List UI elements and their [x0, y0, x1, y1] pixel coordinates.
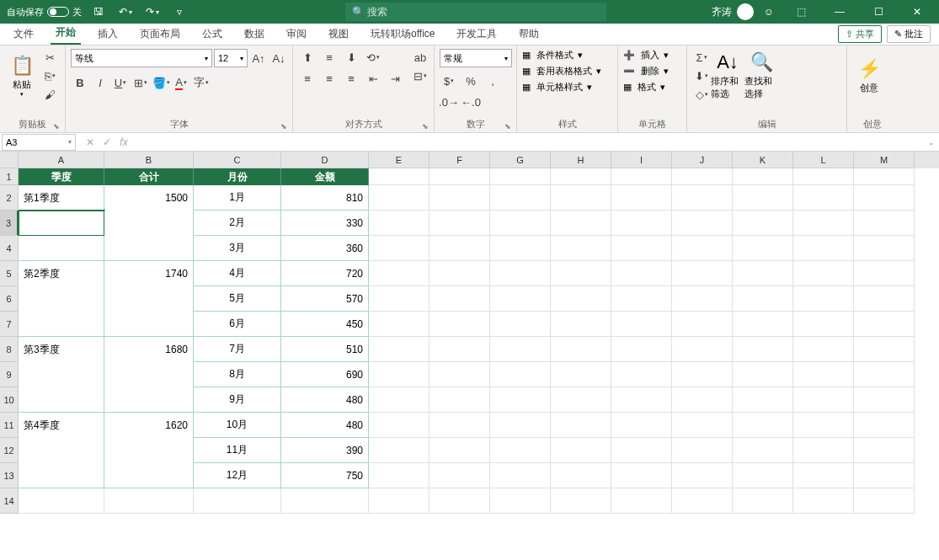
col-header-M[interactable]: M	[854, 152, 915, 168]
cell[interactable]	[793, 362, 854, 387]
col-header-B[interactable]: B	[104, 152, 194, 168]
cell[interactable]	[19, 312, 104, 337]
cell[interactable]	[733, 312, 793, 337]
cell[interactable]	[733, 185, 793, 211]
cell[interactable]	[854, 413, 915, 438]
cell[interactable]	[733, 236, 793, 261]
cell[interactable]: 390	[281, 438, 369, 463]
cell[interactable]	[551, 463, 611, 488]
tab-data[interactable]: 数据	[239, 24, 269, 45]
cell[interactable]	[104, 488, 194, 514]
wrap-text-button[interactable]: ab	[411, 49, 429, 66]
orientation-icon[interactable]: ⟲	[364, 49, 382, 66]
row-header-14[interactable]: 14	[0, 488, 19, 514]
cell[interactable]	[369, 185, 429, 211]
cell[interactable]	[429, 438, 490, 463]
cell[interactable]	[551, 337, 611, 362]
cell[interactable]	[551, 211, 611, 236]
row-header-12[interactable]: 12	[0, 438, 19, 463]
cell[interactable]	[793, 185, 854, 211]
cell[interactable]	[733, 463, 793, 488]
cell[interactable]	[672, 413, 733, 438]
cell[interactable]: 第2季度	[19, 261, 104, 286]
cell[interactable]: 7月	[194, 337, 281, 362]
cell[interactable]: 第4季度	[19, 413, 104, 438]
row-header-6[interactable]: 6	[0, 286, 19, 312]
cell[interactable]	[854, 488, 915, 514]
cell[interactable]	[611, 286, 672, 312]
row-header-9[interactable]: 9	[0, 362, 19, 387]
cell[interactable]	[490, 438, 551, 463]
cell[interactable]: 11月	[194, 438, 281, 463]
name-box[interactable]: A3▾	[2, 134, 76, 151]
cell[interactable]	[551, 413, 611, 438]
row-header-10[interactable]: 10	[0, 387, 19, 413]
cell[interactable]: 10月	[194, 413, 281, 438]
align-middle-icon[interactable]: ≡	[320, 49, 339, 66]
row-header-11[interactable]: 11	[0, 413, 19, 438]
cell[interactable]	[19, 438, 104, 463]
tab-home[interactable]: 开始	[51, 22, 81, 45]
cell[interactable]	[854, 211, 915, 236]
font-launcher[interactable]: ⬊	[280, 122, 287, 131]
cell[interactable]: 12月	[194, 463, 281, 488]
cell[interactable]	[611, 261, 672, 286]
cell[interactable]	[104, 387, 194, 413]
cell[interactable]	[490, 211, 551, 236]
cell[interactable]	[490, 261, 551, 286]
cell[interactable]	[369, 488, 429, 514]
cell[interactable]: 2月	[194, 211, 281, 236]
cell[interactable]	[793, 413, 854, 438]
cell[interactable]: 4月	[194, 261, 281, 286]
number-format-combo[interactable]: 常规▾	[440, 49, 512, 67]
cell[interactable]	[490, 168, 551, 185]
font-size-combo[interactable]: 12▾	[214, 49, 248, 67]
col-header-F[interactable]: F	[429, 152, 490, 168]
cell[interactable]	[854, 312, 915, 337]
clear-button[interactable]: ◇	[692, 86, 711, 103]
cell[interactable]: 810	[281, 185, 369, 211]
paste-button[interactable]: 📋粘贴▾	[5, 49, 39, 103]
cell[interactable]: 第1季度	[19, 185, 104, 211]
col-header-E[interactable]: E	[369, 152, 429, 168]
row-header-3[interactable]: 3	[0, 211, 19, 236]
cell[interactable]	[551, 438, 611, 463]
cell[interactable]	[19, 286, 104, 312]
comments-button[interactable]: ✎批注	[887, 25, 931, 43]
close-button[interactable]: ✕	[900, 0, 934, 24]
cell[interactable]: 1月	[194, 185, 281, 211]
number-launcher[interactable]: ⬊	[504, 122, 511, 131]
row-header-7[interactable]: 7	[0, 312, 19, 337]
cell[interactable]	[854, 438, 915, 463]
indent-decrease-icon[interactable]: ⇤	[364, 70, 382, 87]
cell[interactable]	[672, 168, 733, 185]
emoji-icon[interactable]: ☺	[759, 2, 779, 22]
cell[interactable]	[672, 387, 733, 413]
cell[interactable]	[490, 387, 551, 413]
cell[interactable]	[611, 185, 672, 211]
decrease-decimal-icon[interactable]: ←.0	[461, 93, 480, 110]
maximize-button[interactable]: ☐	[862, 0, 895, 24]
cell[interactable]	[733, 362, 793, 387]
cell[interactable]	[854, 185, 915, 211]
cell[interactable]	[611, 387, 672, 413]
cell[interactable]	[551, 236, 611, 261]
cell[interactable]	[733, 286, 793, 312]
cell[interactable]	[429, 312, 490, 337]
fill-button[interactable]: ⬇	[692, 67, 711, 84]
cell[interactable]	[854, 337, 915, 362]
currency-icon[interactable]: $	[440, 72, 458, 89]
cancel-formula-icon[interactable]: ✕	[83, 136, 98, 148]
formula-expand-icon[interactable]: ⌄	[924, 138, 939, 147]
cell[interactable]	[551, 488, 611, 514]
cell[interactable]	[611, 438, 672, 463]
cell[interactable]	[551, 261, 611, 286]
cell[interactable]	[733, 337, 793, 362]
cell[interactable]	[793, 438, 854, 463]
cell[interactable]	[429, 168, 490, 185]
cell[interactable]	[854, 236, 915, 261]
cell[interactable]	[369, 261, 429, 286]
cell[interactable]	[369, 463, 429, 488]
col-header-C[interactable]: C	[194, 152, 281, 168]
cell[interactable]	[611, 413, 672, 438]
